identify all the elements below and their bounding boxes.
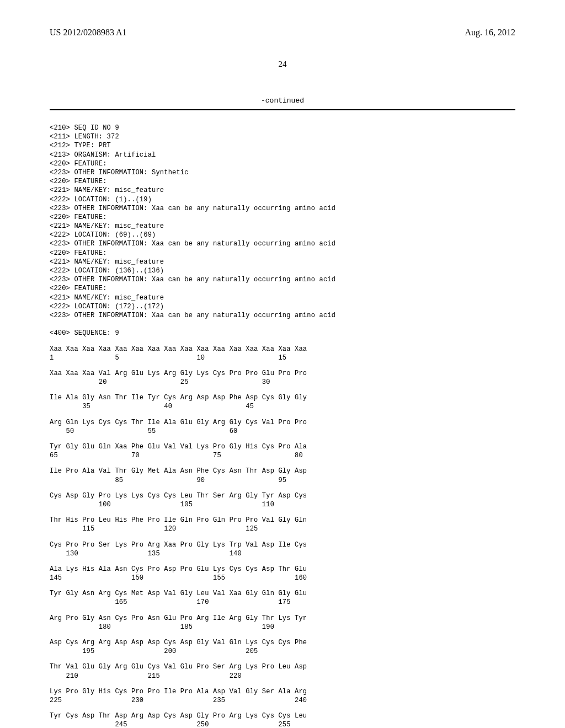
sequence-row: Arg Gln Lys Cys Cys Thr Ile Ala Glu Gly … [50,418,515,436]
sequence-row: Cys Asp Gly Pro Lys Lys Cys Cys Leu Thr … [50,491,515,509]
sequence-listing: Xaa Xaa Xaa Xaa Xaa Xaa Xaa Xaa Xaa Xaa … [50,345,515,729]
sequence-row: Lys Pro Gly His Cys Pro Pro Ile Pro Ala … [50,687,515,705]
sequence-row: Cys Pro Pro Ser Lys Pro Arg Xaa Pro Gly … [50,540,515,558]
sequence-annotations: <210> SEQ ID NO 9 <211> LENGTH: 372 <212… [50,124,515,338]
publication-date: Aug. 16, 2012 [465,28,515,38]
sequence-row: Tyr Cys Asp Thr Asp Arg Asp Cys Asp Gly … [50,711,515,728]
sequence-row: Ile Pro Ala Val Thr Gly Met Ala Asn Phe … [50,467,515,484]
sequence-row: Tyr Gly Glu Gln Xaa Phe Glu Val Val Lys … [50,442,515,460]
sequence-row: Thr His Pro Leu His Phe Pro Ile Gln Pro … [50,516,515,533]
sequence-row: Arg Pro Gly Asn Cys Pro Asn Glu Pro Arg … [50,614,515,631]
section-rule [50,109,515,110]
sequence-row: Xaa Xaa Xaa Val Arg Glu Lys Arg Gly Lys … [50,369,515,387]
sequence-row: Ile Ala Gly Asn Thr Ile Tyr Cys Arg Asp … [50,393,515,411]
page-number: 24 [50,60,515,69]
sequence-row: Ala Lys His Ala Asn Cys Pro Asp Pro Glu … [50,565,515,582]
sequence-row: Asp Cys Arg Arg Asp Asp Asp Cys Asp Gly … [50,638,515,656]
sequence-row: Thr Val Glu Gly Arg Glu Cys Val Glu Pro … [50,662,515,680]
continued-label: -continued [50,97,515,105]
publication-number: US 2012/0208983 A1 [50,28,127,38]
page-header: US 2012/0208983 A1 Aug. 16, 2012 [50,28,515,38]
sequence-row: Tyr Gly Asn Arg Cys Met Asp Val Gly Leu … [50,589,515,607]
sequence-row: Xaa Xaa Xaa Xaa Xaa Xaa Xaa Xaa Xaa Xaa … [50,345,515,362]
